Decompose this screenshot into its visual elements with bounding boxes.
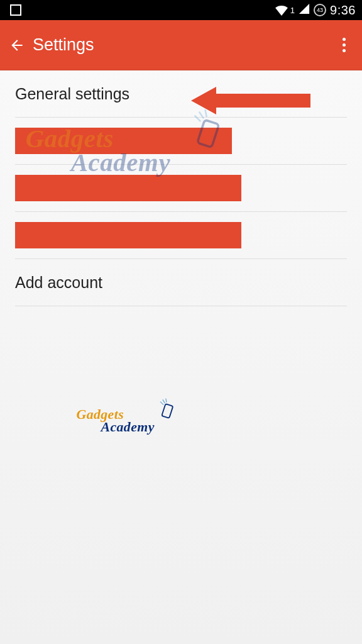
row-label: General settings [15, 85, 129, 103]
cell-signal-icon [299, 3, 310, 18]
callout-arrow-icon [191, 87, 310, 114]
row-account-redacted-3[interactable] [15, 212, 347, 259]
row-account-redacted-1[interactable] [15, 118, 347, 165]
svg-line-5 [160, 402, 163, 405]
redaction-block [15, 222, 241, 248]
overflow-menu-button[interactable] [334, 38, 353, 52]
dot-icon [343, 49, 346, 52]
battery-icon: 43 [314, 4, 326, 16]
row-label: Add account [15, 274, 102, 292]
wifi-icon [275, 4, 288, 16]
battery-percent: 43 [317, 7, 323, 13]
redaction-block [15, 175, 241, 201]
status-right: 1 43 9:36 [275, 3, 356, 18]
watermark-line2: Academy [101, 419, 155, 435]
page-title: Settings [33, 35, 334, 55]
status-bar: 1 43 9:36 [0, 0, 362, 20]
dot-icon [343, 38, 346, 41]
sim-label: 1 [290, 6, 295, 15]
status-left [6, 4, 21, 16]
phone-icon [155, 397, 178, 423]
watermark-logo-small: Gadgets Academy [77, 406, 155, 435]
svg-line-7 [166, 399, 167, 402]
clock: 9:36 [330, 3, 356, 18]
app-bar: Settings [0, 20, 362, 70]
dot-icon [343, 43, 346, 47]
recent-apps-icon [10, 4, 21, 16]
svg-rect-4 [162, 404, 173, 418]
redaction-block [15, 128, 232, 154]
back-button[interactable] [9, 37, 25, 53]
row-add-account[interactable]: Add account [15, 259, 347, 306]
svg-line-6 [163, 399, 165, 403]
row-account-redacted-2[interactable] [15, 165, 347, 212]
